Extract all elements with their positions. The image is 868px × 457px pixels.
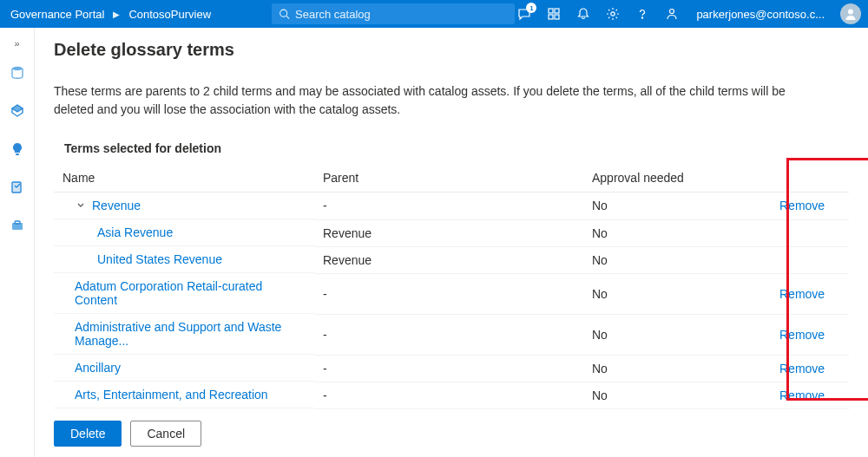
delete-button[interactable]: Delete bbox=[54, 421, 122, 447]
cell-name: Administrative and Support and Waste Man… bbox=[54, 314, 314, 355]
col-action bbox=[771, 164, 849, 193]
nav-item-management[interactable] bbox=[7, 215, 28, 236]
term-link[interactable]: Ancillary bbox=[75, 361, 121, 375]
help-button[interactable] bbox=[634, 5, 651, 23]
col-name[interactable]: Name bbox=[54, 164, 314, 193]
cell-approval: No bbox=[583, 246, 771, 273]
term-link[interactable]: Revenue bbox=[92, 199, 141, 212]
notification-badge: 1 bbox=[526, 3, 536, 13]
page-description: These terms are parents to 2 child terms… bbox=[54, 82, 818, 119]
briefcase-icon bbox=[10, 219, 24, 232]
cell-name: Ancillary bbox=[54, 355, 314, 382]
avatar-icon bbox=[844, 7, 858, 21]
cell-name: Asia Revenue bbox=[54, 219, 314, 246]
page-title: Delete glossary terms bbox=[54, 40, 849, 60]
cell-name: Revenue bbox=[54, 193, 314, 219]
svg-rect-2 bbox=[549, 9, 553, 13]
svg-point-10 bbox=[12, 67, 23, 70]
svg-rect-11 bbox=[16, 153, 19, 155]
cell-parent: - bbox=[314, 382, 583, 408]
term-link[interactable]: United States Revenue bbox=[97, 252, 222, 266]
search-box[interactable] bbox=[272, 3, 515, 24]
cell-approval: No bbox=[583, 193, 771, 220]
expand-nav-button[interactable]: » bbox=[0, 33, 34, 54]
svg-point-9 bbox=[848, 10, 853, 15]
cell-name: Arts, Entertainment, and Recreation bbox=[54, 382, 314, 408]
cell-action: Remove bbox=[771, 273, 849, 314]
cell-approval: No bbox=[583, 382, 771, 408]
map-icon bbox=[10, 103, 25, 119]
help-icon bbox=[635, 7, 649, 21]
remove-link[interactable]: Remove bbox=[779, 199, 825, 212]
table-row: United States RevenueRevenueNo bbox=[54, 246, 849, 273]
table-row: Adatum Corporation Retail-curated Conten… bbox=[54, 273, 849, 314]
cell-approval: No bbox=[583, 314, 771, 355]
copilot-icon bbox=[547, 7, 561, 21]
feedback-icon bbox=[665, 7, 679, 21]
user-email[interactable]: parkerjones@contoso.c... bbox=[696, 8, 825, 21]
feedback-button[interactable] bbox=[663, 5, 681, 23]
notifications-button[interactable] bbox=[575, 5, 592, 23]
cell-approval: No bbox=[583, 219, 771, 246]
cell-parent: - bbox=[314, 273, 583, 314]
svg-point-7 bbox=[642, 17, 643, 18]
nav-item-insights[interactable] bbox=[7, 139, 28, 160]
policy-icon bbox=[10, 180, 24, 194]
table-row: Administrative and Support and Waste Man… bbox=[54, 314, 849, 355]
remove-link[interactable]: Remove bbox=[779, 362, 825, 375]
cell-action: Remove bbox=[771, 355, 849, 382]
breadcrumb: Governance Portal ▶ ContosoPurview bbox=[10, 8, 211, 21]
term-link[interactable]: Arts, Entertainment, and Recreation bbox=[75, 388, 268, 402]
chevron-down-icon[interactable] bbox=[75, 199, 87, 212]
main-content: Delete glossary terms These terms are pa… bbox=[35, 28, 868, 457]
svg-rect-3 bbox=[555, 9, 559, 13]
cell-approval: No bbox=[583, 355, 771, 382]
svg-rect-14 bbox=[15, 221, 20, 224]
gear-icon bbox=[606, 7, 620, 21]
col-approval[interactable]: Approval needed bbox=[583, 164, 771, 193]
term-link[interactable]: Asia Revenue bbox=[97, 225, 173, 239]
cell-approval: No bbox=[583, 273, 771, 314]
brand-account[interactable]: ContosoPurview bbox=[128, 8, 211, 21]
svg-point-8 bbox=[670, 10, 674, 14]
table-row: Revenue-NoRemove bbox=[54, 193, 849, 220]
brand-governance[interactable]: Governance Portal bbox=[10, 8, 104, 21]
search-icon bbox=[279, 8, 290, 20]
breadcrumb-separator: ▶ bbox=[113, 10, 120, 19]
bell-icon bbox=[576, 7, 590, 21]
search-input[interactable] bbox=[295, 8, 508, 21]
terms-table: Name Parent Approval needed Revenue-NoRe… bbox=[54, 164, 849, 409]
svg-point-0 bbox=[280, 10, 287, 16]
term-link[interactable]: Adatum Corporation Retail-curated Conten… bbox=[75, 279, 262, 307]
nav-item-policy[interactable] bbox=[7, 177, 28, 198]
table-row: Ancillary-NoRemove bbox=[54, 355, 849, 382]
remove-link[interactable]: Remove bbox=[779, 328, 825, 342]
cell-parent: Revenue bbox=[314, 246, 583, 273]
bulb-icon bbox=[10, 142, 24, 156]
header-actions: 1 parkerjones@contoso.c... bbox=[516, 3, 861, 24]
cell-parent: Revenue bbox=[314, 219, 583, 246]
nav-item-map[interactable] bbox=[7, 101, 28, 121]
cell-action bbox=[771, 246, 849, 273]
copilot-button[interactable] bbox=[545, 5, 562, 23]
cell-name: United States Revenue bbox=[54, 246, 314, 273]
avatar[interactable] bbox=[840, 3, 861, 24]
settings-button[interactable] bbox=[604, 5, 621, 23]
top-bar: Governance Portal ▶ ContosoPurview 1 par… bbox=[0, 0, 868, 28]
term-link[interactable]: Administrative and Support and Waste Man… bbox=[75, 320, 281, 348]
chat-button[interactable]: 1 bbox=[516, 5, 533, 23]
footer: Delete Cancel bbox=[35, 412, 868, 457]
svg-line-1 bbox=[286, 16, 289, 18]
svg-rect-4 bbox=[549, 15, 553, 19]
svg-rect-5 bbox=[555, 15, 559, 19]
cell-action: Remove bbox=[771, 382, 849, 408]
left-nav: » bbox=[0, 28, 35, 457]
cell-parent: - bbox=[314, 355, 583, 382]
remove-link[interactable]: Remove bbox=[779, 388, 825, 402]
remove-link[interactable]: Remove bbox=[779, 287, 825, 301]
col-parent[interactable]: Parent bbox=[314, 164, 583, 193]
svg-point-6 bbox=[611, 12, 615, 16]
cell-action: Remove bbox=[771, 193, 849, 220]
cancel-button[interactable]: Cancel bbox=[130, 421, 201, 447]
nav-item-data[interactable] bbox=[7, 62, 28, 83]
